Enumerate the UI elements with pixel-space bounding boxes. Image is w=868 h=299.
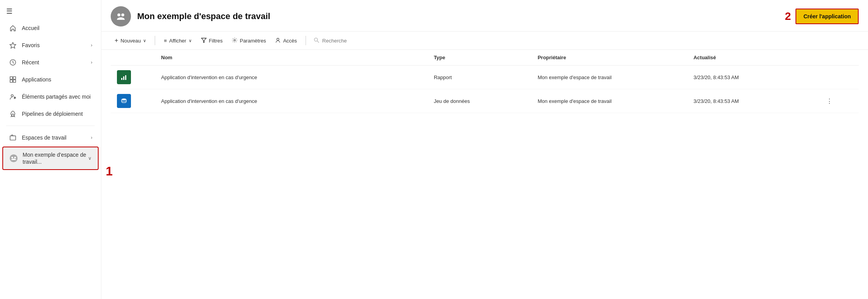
afficher-button[interactable]: ≡ Afficher ∨ — [160, 35, 195, 46]
toolbar-separator-2 — [306, 36, 306, 45]
row1-type: Rapport — [428, 65, 532, 89]
row2-updated: 3/23/20, 8:43:53 AM — [687, 89, 817, 113]
svg-rect-20 — [123, 76, 124, 80]
gear-icon — [232, 37, 237, 44]
search-icon — [314, 37, 319, 44]
person-share-icon — [9, 92, 17, 101]
search-area — [314, 37, 361, 44]
sidebar-item-applications-label: Applications — [22, 76, 92, 83]
acces-label: Accès — [283, 38, 297, 44]
table-body: Application d'intervention en cas d'urge… — [111, 65, 859, 113]
hamburger-icon[interactable]: ☰ — [6, 7, 12, 16]
svg-point-10 — [11, 157, 13, 159]
chevron-down-icon-afficher: ∨ — [189, 38, 192, 43]
row2-actions[interactable]: ⋮ — [817, 89, 859, 113]
workspace-avatar — [111, 6, 131, 27]
col-updated-header: Actualisé — [687, 50, 817, 65]
row1-icon-cell — [111, 65, 155, 89]
row1-updated: 3/23/20, 8:43:53 AM — [687, 65, 817, 89]
workspace-circle-icon — [9, 154, 18, 163]
search-input[interactable] — [322, 38, 361, 44]
svg-point-6 — [11, 95, 13, 97]
sidebar-item-mon-espace[interactable]: Mon exemple d'espace de travail... ∨ 1 — [2, 147, 99, 170]
svg-point-15 — [234, 39, 235, 41]
toolbar: + Nouveau ∨ ≡ Afficher ∨ Filtres — [101, 32, 868, 50]
row1-name: Application d'intervention en cas d'urge… — [155, 65, 428, 89]
svg-line-18 — [317, 41, 319, 42]
create-app-button[interactable]: Créer l'application — [796, 9, 859, 24]
svg-rect-19 — [121, 78, 122, 80]
sidebar-item-recent[interactable]: Récent › — [2, 54, 99, 71]
svg-point-16 — [277, 38, 279, 41]
report-icon — [117, 70, 131, 84]
col-actions-header — [817, 50, 859, 65]
row2-name: Application d'intervention en cas d'urge… — [155, 89, 428, 113]
sidebar: ☰ Accueil Favoris › Récent › — [0, 0, 101, 299]
svg-point-17 — [314, 38, 317, 41]
sidebar-item-elements-partages[interactable]: Éléments partagés avec moi — [2, 88, 99, 105]
svg-rect-21 — [125, 75, 126, 80]
workspace-icon — [9, 133, 17, 142]
sidebar-item-accueil[interactable]: Accueil — [2, 20, 99, 36]
sidebar-item-espaces-label: Espaces de travail — [22, 134, 91, 141]
plus-icon: + — [115, 37, 118, 44]
nouveau-button[interactable]: + Nouveau ∨ — [111, 35, 150, 46]
chevron-right-icon-recent: › — [91, 60, 92, 65]
chevron-right-icon-espaces: › — [91, 135, 92, 140]
content-area: Nom Type Propriétaire Actualisé — [101, 50, 868, 299]
col-check — [111, 50, 155, 65]
row2-owner: Mon exemple d'espace de travail — [531, 89, 687, 113]
table-row: Application d'intervention en cas d'urge… — [111, 65, 859, 89]
main-header: Mon exemple d'espace de travail 2 Créer … — [101, 0, 868, 32]
sidebar-item-pipelines-label: Pipelines de déploiement — [22, 110, 92, 117]
sidebar-item-pipelines[interactable]: Pipelines de déploiement — [2, 106, 99, 122]
svg-point-11 — [14, 157, 16, 159]
filter-icon — [201, 37, 207, 44]
svg-rect-2 — [10, 77, 12, 79]
svg-rect-5 — [13, 80, 16, 82]
parametres-button[interactable]: Paramètres — [228, 35, 270, 46]
content-table: Nom Type Propriétaire Actualisé — [111, 50, 859, 113]
chevron-down-icon-nouveau: ∨ — [143, 38, 146, 43]
afficher-lines-icon: ≡ — [164, 38, 167, 44]
sidebar-item-elements-label: Éléments partagés avec moi — [22, 93, 92, 100]
svg-marker-0 — [10, 42, 16, 48]
chevron-right-icon: › — [91, 42, 92, 48]
afficher-label: Afficher — [169, 38, 186, 44]
workspace-title: Mon exemple d'espace de travail — [137, 11, 785, 21]
parametres-label: Paramètres — [240, 38, 266, 44]
grid-icon — [9, 75, 17, 84]
filtres-label: Filtres — [209, 38, 223, 44]
dataset-icon — [117, 94, 131, 108]
step-number-1: 1 — [106, 164, 113, 179]
more-options-button[interactable]: ⋮ — [823, 96, 836, 106]
main-content: Mon exemple d'espace de travail 2 Créer … — [101, 0, 868, 299]
sidebar-item-favoris[interactable]: Favoris › — [2, 37, 99, 53]
rocket-icon — [9, 110, 17, 118]
nouveau-label: Nouveau — [120, 38, 141, 44]
sidebar-divider — [6, 126, 95, 126]
svg-marker-14 — [202, 38, 206, 42]
star-icon — [9, 41, 17, 50]
svg-point-12 — [117, 14, 120, 17]
sidebar-item-accueil-label: Accueil — [22, 25, 92, 32]
row2-icon-cell — [111, 89, 155, 113]
row1-owner: Mon exemple d'espace de travail — [531, 65, 687, 89]
acces-button[interactable]: Accès — [271, 35, 301, 46]
col-nom-header: Nom — [155, 50, 428, 65]
filtres-button[interactable]: Filtres — [197, 35, 226, 46]
col-owner-header: Propriétaire — [531, 50, 687, 65]
svg-point-22 — [122, 99, 126, 101]
sidebar-header: ☰ — [0, 3, 101, 19]
sidebar-item-recent-label: Récent — [22, 59, 91, 66]
row1-actions — [817, 65, 859, 89]
row2-type: Jeu de données — [428, 89, 532, 113]
svg-point-13 — [121, 14, 124, 17]
sidebar-item-espaces[interactable]: Espaces de travail › — [2, 129, 99, 146]
sidebar-item-mon-espace-label: Mon exemple d'espace de travail... — [23, 151, 88, 165]
sidebar-item-favoris-label: Favoris — [22, 42, 91, 49]
clock-icon — [9, 58, 17, 67]
table-header: Nom Type Propriétaire Actualisé — [111, 50, 859, 65]
toolbar-separator-1 — [155, 36, 155, 45]
sidebar-item-applications[interactable]: Applications — [2, 71, 99, 88]
